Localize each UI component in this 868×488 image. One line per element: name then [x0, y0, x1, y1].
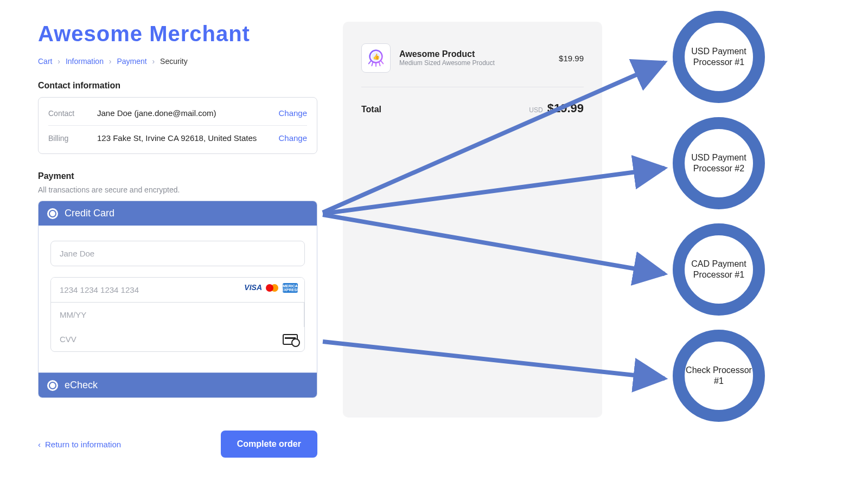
total-amount: $19.99 — [547, 101, 584, 115]
product-badge-icon: 👍 — [361, 43, 391, 73]
card-back-icon — [283, 334, 298, 345]
card-expiry-input[interactable] — [51, 303, 304, 327]
billing-key: Billing — [48, 134, 97, 143]
return-link[interactable]: ‹ Return to information — [38, 440, 121, 449]
contact-section-label: Contact information — [38, 81, 317, 91]
svg-text:👍: 👍 — [373, 53, 380, 60]
visa-icon: VISA — [244, 283, 262, 293]
credit-card-body: VISA AMERICAN EXPRESS — [39, 226, 317, 373]
total-currency: USD — [529, 106, 542, 114]
return-link-label: Return to information — [45, 440, 121, 449]
crumb-information[interactable]: Information — [66, 57, 104, 66]
processor-cad-1: CAD Payment Processor #1 — [673, 223, 765, 316]
contact-row: Contact Jane Doe (jane.done@mail.com) Ch… — [48, 101, 307, 125]
summary-item-desc: Medium Sized Awesome Product — [399, 59, 495, 67]
payment-panel: Credit Card VISA AMERICAN EXPRESS — [38, 201, 317, 398]
change-contact-link[interactable]: Change — [278, 108, 307, 118]
complete-order-button[interactable]: Complete order — [221, 431, 317, 458]
chevron-right-icon: › — [109, 57, 112, 66]
cvv-wrap — [51, 327, 304, 351]
processor-nodes: USD Payment Processor #1 USD Payment Pro… — [673, 11, 765, 436]
payment-subtext: All transactions are secure and encrypte… — [38, 185, 317, 194]
radio-unselected-icon — [47, 380, 58, 391]
payment-method-credit-card[interactable]: Credit Card — [39, 201, 317, 226]
total-label: Total — [361, 105, 381, 114]
card-cvv-input[interactable] — [60, 327, 283, 351]
chevron-left-icon: ‹ — [38, 440, 41, 449]
cardholder-name-input[interactable] — [50, 241, 305, 266]
processor-usd-2: USD Payment Processor #2 — [673, 117, 765, 209]
contact-value: Jane Doe (jane.done@mail.com) — [97, 108, 278, 118]
payment-method-label: Credit Card — [65, 208, 114, 219]
chevron-right-icon: › — [152, 57, 155, 66]
crumb-security: Security — [160, 57, 188, 66]
chevron-right-icon: › — [58, 57, 60, 66]
summary-item-name: Awesome Product — [399, 49, 495, 59]
processor-usd-1: USD Payment Processor #1 — [673, 11, 765, 103]
order-summary: 👍 Awesome Product Medium Sized Awesome P… — [343, 22, 602, 418]
payment-section-label: Payment — [38, 171, 317, 181]
change-billing-link[interactable]: Change — [278, 133, 307, 143]
contact-key: Contact — [48, 109, 97, 118]
billing-value: 123 Fake St, Irvine CA 92618, United Sta… — [97, 133, 278, 143]
billing-row: Billing 123 Fake St, Irvine CA 92618, Un… — [48, 125, 307, 150]
radio-selected-icon — [47, 208, 58, 219]
card-fields: VISA AMERICAN EXPRESS — [50, 277, 305, 352]
summary-total-row: Total USD $19.99 — [361, 87, 584, 115]
summary-item: 👍 Awesome Product Medium Sized Awesome P… — [361, 43, 584, 87]
crumb-cart[interactable]: Cart — [38, 57, 52, 66]
crumb-payment[interactable]: Payment — [117, 57, 146, 66]
amex-icon: AMERICAN EXPRESS — [283, 283, 298, 293]
summary-item-price: $19.99 — [559, 54, 584, 63]
card-brand-icons: VISA AMERICAN EXPRESS — [244, 283, 298, 293]
payment-method-echeck[interactable]: eCheck — [39, 373, 317, 397]
contact-card: Contact Jane Doe (jane.done@mail.com) Ch… — [38, 97, 317, 154]
processor-check-1: Check Processor #1 — [673, 330, 765, 422]
payment-method-label: eCheck — [65, 380, 98, 391]
mastercard-icon — [265, 283, 279, 293]
